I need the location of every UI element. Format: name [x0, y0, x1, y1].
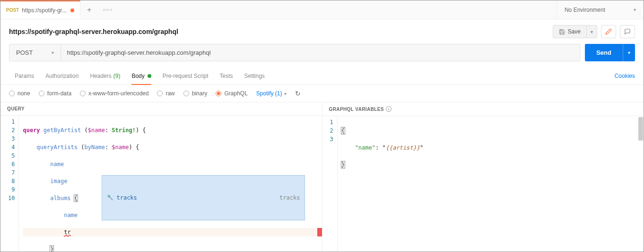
query-header: QUERY [0, 102, 322, 115]
tab-headers-label: Headers [90, 73, 111, 79]
tab-params[interactable]: Params [9, 67, 40, 84]
radio-icon [183, 91, 189, 96]
headers-count: (9) [113, 73, 121, 79]
variables-pane: GRAPHQL VARIABLES i 1 2 3 { "name": "{{a… [322, 102, 644, 252]
top-tab-bar: POST https://spotify-gr... + ○○○ No Envi… [0, 0, 644, 19]
chevron-down-icon: ▾ [284, 91, 287, 96]
tab-authorization[interactable]: Authorization [40, 67, 84, 84]
tab-headers[interactable]: Headers (9) [84, 67, 126, 84]
new-tab-button[interactable]: + [80, 6, 98, 14]
tab-prerequest[interactable]: Pre-request Script [157, 67, 214, 84]
info-icon[interactable]: i [386, 106, 392, 112]
chevron-down-icon: ▾ [591, 29, 593, 34]
edit-button[interactable] [601, 25, 616, 38]
autocomplete-label: tracks [116, 193, 137, 202]
radio-raw[interactable]: raw [157, 90, 174, 97]
chevron-down-icon: ▾ [634, 7, 636, 12]
cookies-link[interactable]: Cookies [615, 73, 635, 79]
chevron-down-icon: ▾ [628, 50, 630, 55]
tab-body-label: Body [131, 73, 144, 79]
url-input[interactable] [61, 44, 580, 61]
autocomplete-item-tracks[interactable]: 🔧tracks tracks [102, 193, 305, 203]
tab-title: https://spotify-gr... [22, 7, 67, 14]
request-section-tabs: Params Authorization Headers (9) Body Pr… [0, 67, 644, 85]
http-method-select[interactable]: POST ▾ [9, 44, 61, 61]
autocomplete-popup[interactable]: 🔧tracks tracks [102, 175, 305, 220]
query-gutter: 1 2 3 4 5 6 7 8 9 10 [0, 116, 19, 252]
title-row: https://spotify-graphql-server.herokuapp… [0, 19, 644, 44]
radio-graphql[interactable]: GraphQL [216, 90, 247, 97]
tab-tests[interactable]: Tests [214, 67, 238, 84]
autocomplete-type: tracks [279, 193, 300, 202]
schema-label: Spotify (1) [256, 90, 282, 97]
radio-icon [157, 91, 163, 96]
tab-settings[interactable]: Settings [239, 67, 270, 84]
page-title: https://spotify-graphql-server.herokuapp… [9, 28, 178, 35]
refresh-icon: ↻ [295, 90, 301, 97]
save-dropdown-button[interactable]: ▾ [587, 25, 597, 38]
wrench-icon: 🔧 [107, 193, 113, 202]
body-type-row: none form-data x-www-form-urlencoded raw… [0, 85, 644, 102]
unsaved-dot-icon [70, 8, 74, 12]
refresh-schema-button[interactable]: ↻ [295, 90, 301, 97]
schema-selector[interactable]: Spotify (1) ▾ [256, 90, 287, 97]
tab-method-badge: POST [6, 8, 19, 13]
query-editor[interactable]: 1 2 3 4 5 6 7 8 9 10 query getByArtist (… [0, 115, 322, 252]
radio-icon [39, 91, 44, 96]
environment-selector[interactable]: No Environment ▾ [557, 0, 644, 19]
chevron-down-icon: ▾ [52, 50, 54, 55]
variables-header-label: GRAPHQL VARIABLES [329, 107, 384, 112]
environment-label: No Environment [565, 7, 605, 13]
http-method-value: POST [16, 49, 33, 56]
tab-body[interactable]: Body [126, 67, 157, 84]
error-marker-icon [317, 228, 322, 236]
radio-x-www-form-urlencoded[interactable]: x-www-form-urlencoded [80, 90, 148, 97]
variables-code[interactable]: { "name": "{{artist}}" } [338, 116, 644, 252]
radio-icon-checked [216, 91, 221, 96]
radio-icon [80, 91, 86, 96]
body-active-dot-icon [148, 74, 151, 78]
tab-more-button[interactable]: ○○○ [98, 7, 117, 12]
variables-gutter: 1 2 3 [322, 116, 338, 252]
save-label: Save [568, 28, 581, 35]
send-dropdown-button[interactable]: ▾ [623, 44, 635, 61]
comment-icon [624, 28, 631, 35]
variables-header: GRAPHQL VARIABLES i [322, 102, 644, 116]
send-button[interactable]: Send [585, 44, 623, 61]
query-code[interactable]: query getByArtist ($name: String!) { que… [19, 116, 322, 252]
request-tab-active[interactable]: POST https://spotify-gr... [0, 0, 80, 19]
url-row: POST ▾ Send ▾ [0, 44, 644, 67]
save-disk-icon [559, 29, 565, 35]
query-pane: QUERY 1 2 3 4 5 6 7 8 9 10 query getByAr… [0, 102, 322, 252]
radio-form-data[interactable]: form-data [39, 90, 71, 97]
comment-button[interactable] [620, 25, 635, 38]
radio-none[interactable]: none [9, 90, 30, 97]
variables-editor[interactable]: 1 2 3 { "name": "{{artist}}" } [322, 116, 644, 252]
pencil-icon [605, 28, 612, 35]
save-button[interactable]: Save [553, 25, 587, 38]
radio-binary[interactable]: binary [183, 90, 208, 97]
radio-icon [9, 91, 15, 96]
scrollbar-thumb[interactable] [638, 117, 643, 141]
